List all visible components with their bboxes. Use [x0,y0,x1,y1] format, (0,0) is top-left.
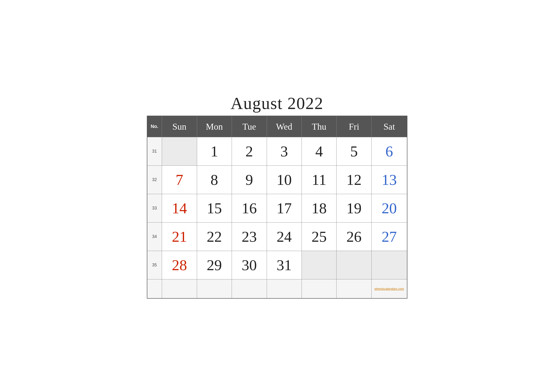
day-cell: 17 [267,194,302,223]
calendar-week-row: 3278910111213 [147,166,407,194]
day-cell: 6 [371,137,407,166]
week-number: 34 [147,223,162,251]
day-cell: 29 [197,251,232,280]
day-cell [337,251,371,280]
week-number: 33 [147,194,162,223]
day-cell [302,251,336,280]
header-sun: Sun [162,116,197,137]
day-cell: 5 [337,137,371,166]
empty-day-cell [302,280,336,298]
watermark-cell: wheniscalendars.com [371,280,407,298]
calendar-week-row: 3314151617181920 [147,194,407,223]
header-no: No. [147,116,162,137]
day-cell: 8 [197,166,232,194]
day-cell: 18 [302,194,336,223]
empty-day-cell [232,280,267,298]
day-cell: 3 [267,137,302,166]
empty-day-cell [197,280,232,298]
day-cell: 21 [162,223,197,251]
day-cell: 9 [232,166,267,194]
week-number: 31 [147,137,162,166]
week-number: 35 [147,251,162,280]
header-row: No. Sun Mon Tue Wed Thu Fri Sat [147,116,407,137]
calendar-title: August 2022 [147,94,407,113]
empty-day-cell [162,280,197,298]
day-cell: 31 [267,251,302,280]
day-cell: 23 [232,223,267,251]
calendar-week-row: 3528293031 [147,251,407,280]
empty-row: wheniscalendars.com [147,280,407,298]
calendar-week-row: 3421222324252627 [147,223,407,251]
day-cell: 10 [267,166,302,194]
day-cell: 22 [197,223,232,251]
day-cell: 25 [302,223,336,251]
day-cell: 1 [197,137,232,166]
day-cell: 2 [232,137,267,166]
empty-day-cell [267,280,302,298]
calendar-body: 3112345632789101112133314151617181920342… [147,137,407,298]
day-cell: 26 [337,223,371,251]
day-cell: 19 [337,194,371,223]
day-cell: 15 [197,194,232,223]
day-cell: 20 [371,194,407,223]
empty-day-cell [337,280,371,298]
day-cell: 16 [232,194,267,223]
day-cell: 12 [337,166,371,194]
calendar-container: August 2022 No. Sun Mon Tue Wed Thu Fri … [147,94,407,299]
day-cell: 7 [162,166,197,194]
day-cell [162,137,197,166]
header-wed: Wed [267,116,302,137]
day-cell: 30 [232,251,267,280]
header-mon: Mon [197,116,232,137]
day-cell: 27 [371,223,407,251]
day-cell: 28 [162,251,197,280]
day-cell [371,251,407,280]
week-number: 32 [147,166,162,194]
day-cell: 13 [371,166,407,194]
watermark-link[interactable]: wheniscalendars.com [374,287,404,291]
empty-week-no [147,280,162,298]
header-fri: Fri [337,116,371,137]
day-cell: 24 [267,223,302,251]
header-sat: Sat [371,116,407,137]
day-cell: 11 [302,166,336,194]
calendar-week-row: 31123456 [147,137,407,166]
calendar-table: No. Sun Mon Tue Wed Thu Fri Sat 31123456… [147,116,407,299]
day-cell: 14 [162,194,197,223]
header-tue: Tue [232,116,267,137]
header-thu: Thu [302,116,336,137]
day-cell: 4 [302,137,336,166]
